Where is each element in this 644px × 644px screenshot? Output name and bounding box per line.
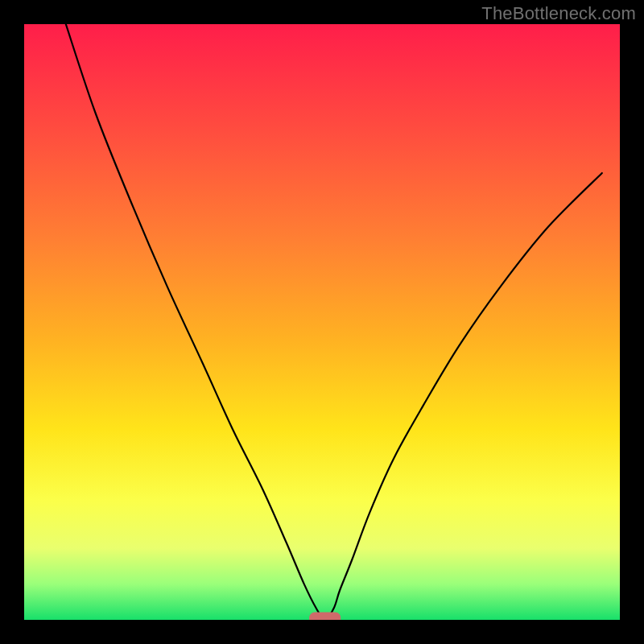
watermark-text: TheBottleneck.com: [481, 3, 636, 24]
plot-area: [24, 24, 620, 620]
background-gradient: [24, 24, 620, 620]
chart-frame: TheBottleneck.com: [0, 0, 644, 644]
